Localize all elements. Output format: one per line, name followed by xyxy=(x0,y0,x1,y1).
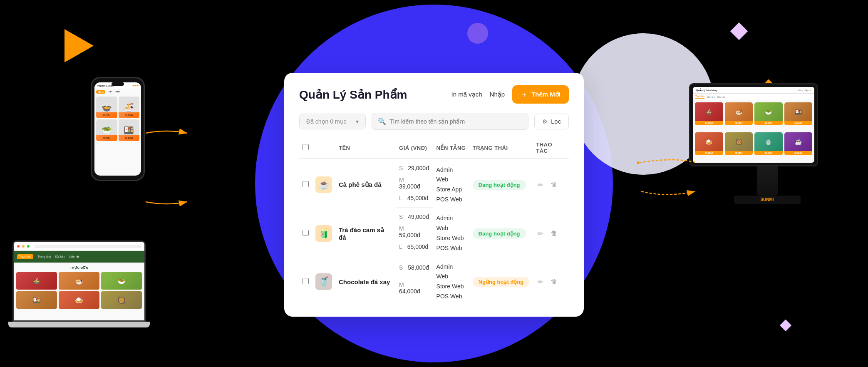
product-name-3: Chocolate đá xay xyxy=(339,278,390,285)
price-size-s: S 58,000đ xyxy=(396,256,433,276)
pos-title: Quản lý bán hàng xyxy=(696,89,717,92)
product-name-cell: Cà phê sữa đá xyxy=(335,159,396,208)
delete-button-2[interactable]: 🗑 xyxy=(549,228,559,239)
category-dropdown[interactable]: Đã chọn 0 mục ▾ xyxy=(299,114,366,129)
laptop-title: THỰC ĐƠN xyxy=(16,265,142,270)
th-status: TRẠNG THÁI xyxy=(469,137,533,159)
th-name: TÊN xyxy=(335,137,396,159)
header-actions: In mã vạch Nhập ＋ Thêm Mới xyxy=(451,85,569,104)
play-icon xyxy=(64,29,94,62)
dropdown-label: Đã chọn 0 mục xyxy=(306,118,347,125)
product-checkbox-1[interactable] xyxy=(303,181,309,187)
delete-button-1[interactable]: 🗑 xyxy=(549,179,559,190)
laptop-screen: Thực đơn Trang chủ Đặt bàn Liên hệ THỰC … xyxy=(12,241,146,322)
price-value: 58,000đ xyxy=(408,264,429,271)
page-title: Quản Lý Sản Phẩm xyxy=(299,88,407,102)
th-price: GIÁ (VND) xyxy=(396,137,433,159)
status-badge-2: Đang hoạt động xyxy=(473,228,526,239)
th-actions: THAO TÁC xyxy=(533,137,569,159)
pos-food-card: 🥗 45,000đ xyxy=(754,102,783,125)
action-icons-2: ✏ 🗑 xyxy=(536,228,565,239)
actions-cell-3: ✏ 🗑 xyxy=(533,256,569,304)
row-checkbox xyxy=(299,256,312,304)
pos-food-card: 🍵 35,000đ xyxy=(754,132,783,155)
action-icons-3: ✏ 🗑 xyxy=(536,276,565,288)
th-checkbox xyxy=(299,137,312,159)
arrow-phone-to-card xyxy=(141,125,191,141)
price-size-l: L 45,000đ xyxy=(396,192,433,208)
price-size-s: S 29,000đ xyxy=(396,159,433,174)
phone-brand: Pepper Lunch xyxy=(97,84,114,87)
status-cell-3: Ngừng hoạt động xyxy=(469,256,533,304)
table-row: 🧃 Trà đào cam sả đá S 49,000đ Admin WebS… xyxy=(299,208,569,223)
chevron-down-icon: ▾ xyxy=(356,118,359,125)
product-table: TÊN GIÁ (VND) NỀN TẢNG TRẠNG THÁI THAO T… xyxy=(299,137,569,304)
actions-cell-1: ✏ 🗑 xyxy=(533,159,569,208)
laptop-menu-item: Liên hệ xyxy=(69,255,79,258)
actions-cell-2: ✏ 🗑 xyxy=(533,208,569,256)
search-input[interactable] xyxy=(389,118,522,125)
phone-device: Pepper Lunch ★★★ Tất cả Cơm Nước 🍲 49,00… xyxy=(91,77,145,181)
laptop-menu-bar: Thực đơn Trang chủ Đặt bàn Liên hệ xyxy=(14,251,144,263)
product-thumbnail-1: ☕ xyxy=(315,176,332,193)
status-badge-1: Đang hoạt động xyxy=(473,180,526,190)
row-image: 🧃 xyxy=(312,208,335,256)
add-button-label: Thêm Mới xyxy=(531,91,560,98)
price-size-m: M 59,000đ xyxy=(396,223,433,241)
price-value: 29,000đ xyxy=(408,165,429,171)
product-name-cell: Trà đào cam sả đá xyxy=(335,208,396,256)
pos-food-card: 🍛 59,000đ xyxy=(695,132,723,155)
filter-button[interactable]: ⚙ Lọc xyxy=(534,114,569,129)
laptop-menu-item: Đặt bàn xyxy=(55,255,65,258)
status-cell-1: Đang hoạt động xyxy=(469,159,533,208)
row-image: ☕ xyxy=(312,159,335,208)
pos-brand-label: SUNMI xyxy=(760,197,774,202)
barcode-button[interactable]: In mã vạch xyxy=(451,91,482,98)
import-button[interactable]: Nhập xyxy=(490,91,505,98)
edit-button-1[interactable]: ✏ xyxy=(536,179,545,191)
product-checkbox-2[interactable] xyxy=(303,230,309,236)
search-container: 🔍 xyxy=(372,113,528,130)
price-value: 39,000đ xyxy=(399,183,420,190)
th-image xyxy=(312,137,335,159)
pos-food-card: 🍜 39,000đ xyxy=(725,102,753,125)
phone-frame: Pepper Lunch ★★★ Tất cả Cơm Nước 🍲 49,00… xyxy=(91,77,145,181)
add-new-button[interactable]: ＋ Thêm Mới xyxy=(512,85,569,104)
phone-food-card: 🥗 39,000đ xyxy=(96,119,117,141)
pos-food-card: ☕ 39,000đ xyxy=(784,132,813,155)
phone-food-card: 🍲 49,000đ xyxy=(96,97,117,118)
pos-header: Quản lý bán hàng Đăng nhập ▾ xyxy=(693,87,814,94)
row-checkbox xyxy=(299,159,312,208)
pos-screen-inner: Quản lý bán hàng Đăng nhập ▾ Thực đơn Đặ… xyxy=(693,87,814,163)
select-all-checkbox[interactable] xyxy=(303,144,309,150)
pos-food-card: 🍱 49,000đ xyxy=(784,102,813,125)
price-value: 65,000đ xyxy=(407,243,429,250)
phone-food-card: 🍱 69,000đ xyxy=(119,119,140,141)
blue-dot-decoration xyxy=(467,23,488,44)
laptop-content: THỰC ĐƠN 🍲 🍜 🥗 🍱 🍛 🥘 xyxy=(14,263,144,320)
laptop-device: Thực đơn Trang chủ Đặt bàn Liên hệ THỰC … xyxy=(12,241,150,327)
product-name-cell: Chocolate đá xay xyxy=(335,256,396,304)
price-size-s: S 49,000đ xyxy=(396,208,433,223)
edit-button-3[interactable]: ✏ xyxy=(536,276,545,288)
table-row: 🥤 Chocolate đá xay S 58,000đ Admin WebSt… xyxy=(299,256,569,276)
delete-button-3[interactable]: 🗑 xyxy=(549,276,559,287)
table-header-row: TÊN GIÁ (VND) NỀN TẢNG TRẠNG THÁI THAO T… xyxy=(299,137,569,159)
status-badge-3: Ngừng hoạt động xyxy=(473,277,529,287)
edit-button-2[interactable]: ✏ xyxy=(536,228,545,239)
toolbar: Đã chọn 0 mục ▾ 🔍 ⚙ Lọc xyxy=(299,113,569,130)
platform-cell-2: Admin WebStore WebPOS Web xyxy=(433,208,469,256)
laptop-food-grid: 🍲 🍜 🥗 🍱 🍛 🥘 xyxy=(16,272,142,309)
arrow-laptop-to-card xyxy=(141,193,191,210)
laptop-menu-active-item: Thực đơn xyxy=(17,254,33,259)
phone-food-grid: 🍲 49,000đ 🍜 59,000đ 🥗 39,000đ 🍱 69,000đ xyxy=(94,95,141,143)
phone-screen: Pepper Lunch ★★★ Tất cả Cơm Nước 🍲 49,00… xyxy=(94,82,141,176)
card-header: Quản Lý Sản Phẩm In mã vạch Nhập ＋ Thêm … xyxy=(299,85,569,104)
diamond-decoration-3 xyxy=(780,320,791,331)
pos-device: Quản lý bán hàng Đăng nhập ▾ Thực đơn Đặ… xyxy=(679,83,828,204)
product-thumbnail-3: 🥤 xyxy=(315,273,332,290)
row-checkbox xyxy=(299,208,312,256)
product-name-2: Trà đào cam sả đá xyxy=(339,226,384,241)
pos-food-grid: 🍲 29,000đ 🍜 39,000đ 🥗 45,000đ 🍱 49,000đ xyxy=(693,100,814,163)
product-checkbox-3[interactable] xyxy=(303,278,309,284)
